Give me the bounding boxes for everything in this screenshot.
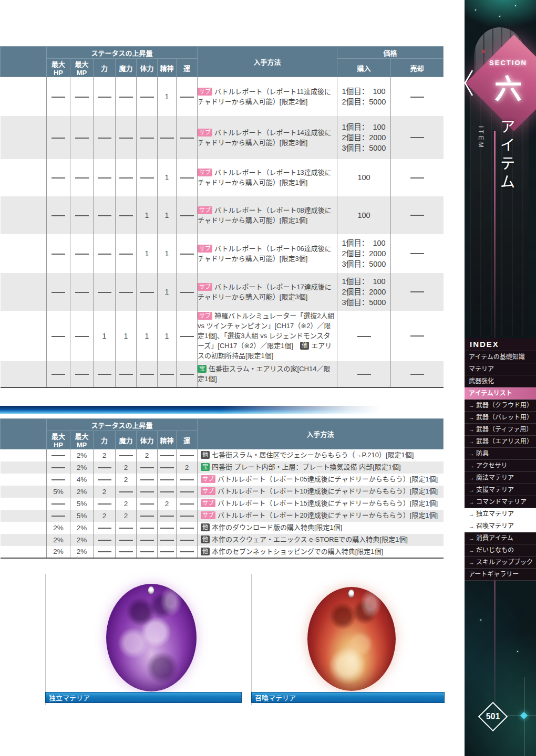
dash [410,291,424,292]
acquisition-cell: 他本作のスクウェア・エニックス e-STOREでの購入特典[限定1個] [198,534,444,546]
dash [140,540,154,541]
section-number: 六 [474,67,536,107]
materia-label-bar: 独立マテリア [45,692,242,703]
acquisition-cell: 他本作のセブンネットショッピングでの購入特典[限定1個] [198,546,444,558]
table-row: 2%2%他本作のダウンロード版の購入特典[限定1個] [1,522,444,534]
acquisition-tag: サブ [198,312,212,320]
dash [51,138,65,139]
col-header-str: 力 [94,59,116,77]
col-header-luck: 運 [177,59,198,77]
dash [98,215,111,216]
dash [75,254,89,255]
stat-value-cell [94,546,116,558]
dash [51,516,65,517]
stat-value-cell [158,361,177,387]
index-item-label: だいじなもの [476,547,514,554]
stat-value-cell [94,77,116,116]
acquisition-header: 入手方法 [198,47,337,77]
stat-value-cell: 5% [47,486,70,498]
dash [140,292,154,293]
dash [119,374,133,375]
dash [180,177,194,178]
stat-value-cell: 5% [70,510,94,522]
dash [357,336,371,337]
item-name-cell [1,534,47,546]
stat-value-cell: 2% [70,522,94,534]
stat-value-cell [137,361,158,387]
acquisition-cell: 他本作のダウンロード版の購入特典[限定1個] [198,522,444,534]
acquisition-tag: 他 [201,451,210,459]
index-item-label: スキルアップブック [476,559,533,566]
stat-value-cell: 2 [177,461,198,474]
item-name-cell [1,474,47,486]
acquisition-tag: サブ [198,129,212,136]
stat-value-cell [158,116,177,159]
dash [75,292,89,293]
arrow-right-icon: → [469,475,475,481]
summon-materia-image [307,587,396,691]
stat-value-cell [70,234,94,273]
table-row: 2%2%他本作のスクウェア・エニックス e-STOREでの購入特典[限定1個] [1,534,444,546]
index-item: →消費アイテム [465,532,536,544]
index-item-label: 武器（ティファ用） [476,426,532,433]
stat-value-cell: 4% [70,474,94,486]
stat-value-cell: 1 [137,234,158,273]
stat-value-cell [94,461,116,474]
stat-value-cell [47,159,70,196]
sell-price-cell [391,196,444,234]
item-name-cell [1,159,47,196]
index-item: アートギャラリー [465,569,536,581]
index-item-label: アイテムリスト [469,390,512,397]
star-sparkle [480,620,481,621]
dash [51,479,65,480]
stat-value-cell [177,196,198,234]
arrow-right-icon: → [469,426,475,433]
table-row: 2%2%他本作のセブンネットショッピングでの購入特典[限定1個] [1,546,444,558]
stat-value-cell [116,196,137,234]
stat-value-cell [47,116,70,159]
table-row: 宝伍番街スラム・エアリスの家[CH14／限定1個] [1,361,444,387]
table-row: サブバトルレポート（レポート14達成後にチャドリーから購入可能）[限定3個]1個… [1,116,444,159]
stat-value-cell [177,116,198,159]
stat-value-cell: 2 [158,498,177,510]
stat-value-cell: 1 [158,77,177,116]
stat-value-cell [116,116,137,159]
dash [160,528,174,529]
dash [180,336,194,337]
dash [140,138,154,139]
dash [180,374,194,375]
stat-value-cell [137,273,158,311]
stat-value-cell: 2 [137,449,158,461]
stat-value-cell [47,311,70,361]
star-sparkle [475,9,476,10]
stat-value-cell [177,77,198,116]
index-item-label: アクセサリ [476,462,507,469]
index-item-label: アイテムの基礎知識 [469,353,525,361]
stat-value-cell: 2 [116,461,137,474]
acquisition-cell: サブバトルレポート（レポート20達成後にチャドリーからもらう）[限定1個] [198,510,444,522]
table-row: 11サブバトルレポート（レポート08達成後にチャドリーから購入可能）[限定1個]… [1,196,444,234]
price-lines: 100 [357,172,370,183]
dash [140,491,154,492]
stat-value-cell [47,474,70,486]
stat-value-cell: 5% [70,498,94,510]
stat-value-cell [70,311,94,361]
dash [140,374,154,375]
chevron-left-icon [465,69,473,97]
dash [140,516,154,517]
sell-price-cell [391,77,444,116]
acquisition-tag: サブ [198,169,212,176]
acquisition-tag: サブ [198,283,212,291]
stat-value-cell [70,159,94,196]
index-item: →スキルアップブック [465,556,536,569]
materia-label-bar: 召喚マテリア [251,692,445,703]
stat-value-cell [94,361,116,387]
materia-hole [348,590,354,597]
col-header-maxhp: 最大HP [47,59,70,77]
acquisition-cell: 宝四番街 プレート内部・上層：プレート換気設備 内部[限定1個] [198,461,444,474]
stat-value-cell [137,159,158,196]
dash [160,374,174,375]
buy-price-cell: 1個目： 100 2個目：2000 3個目：5000 [337,273,391,311]
arrow-right-icon: → [469,499,475,505]
stat-value-cell [116,273,137,311]
